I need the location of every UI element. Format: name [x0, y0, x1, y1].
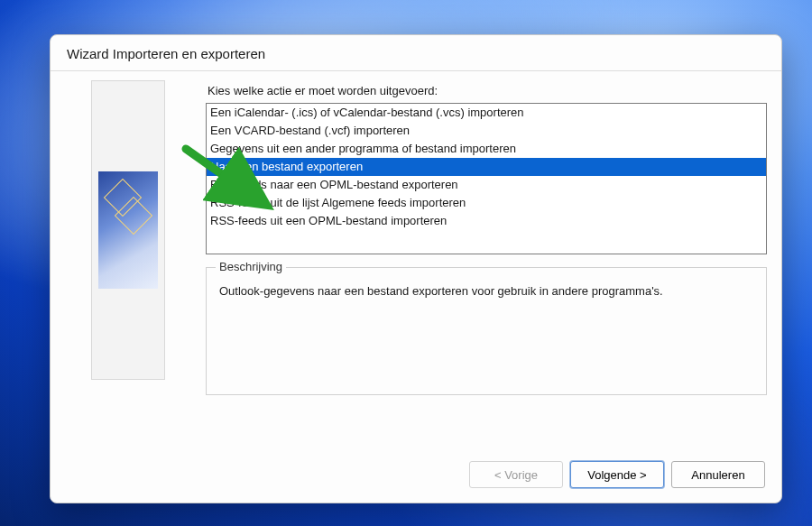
wizard-graphic-icon [98, 171, 158, 289]
action-option[interactable]: RSS-feeds naar een OPML-bestand exporter… [207, 176, 766, 194]
dialog-button-row: < Vorige Volgende > Annuleren [51, 448, 781, 503]
action-option[interactable]: RSS-feeds uit een OPML-bestand importere… [207, 212, 766, 230]
action-option[interactable]: Een VCARD-bestand (.vcf) importeren [207, 122, 766, 140]
wizard-sidebar [63, 80, 193, 448]
wizard-main-panel: Kies welke actie er moet worden uitgevoe… [206, 80, 767, 448]
action-option[interactable]: Naar een bestand exporteren [207, 158, 766, 176]
cancel-button[interactable]: Annuleren [671, 461, 765, 488]
action-option[interactable]: RSS-feeds uit de lijst Algemene feeds im… [207, 194, 766, 212]
description-groupbox: Beschrijving Outlook-gegevens naar een b… [206, 267, 767, 395]
action-listbox[interactable]: Een iCalendar- (.ics) of vCalendar-besta… [206, 103, 767, 254]
dialog-content: Kies welke actie er moet worden uitgevoe… [51, 71, 781, 448]
action-option[interactable]: Gegevens uit een ander programma of best… [207, 140, 766, 158]
wizard-image-frame [91, 80, 165, 380]
description-text: Outlook-gegevens naar een bestand export… [207, 268, 766, 314]
description-legend: Beschrijving [216, 260, 286, 273]
next-button[interactable]: Volgende > [570, 461, 664, 488]
action-option[interactable]: Een iCalendar- (.ics) of vCalendar-besta… [207, 104, 766, 122]
action-prompt-label: Kies welke actie er moet worden uitgevoe… [206, 80, 767, 103]
wizard-dialog: Wizard Importeren en exporteren Kies wel… [50, 34, 782, 503]
dialog-title: Wizard Importeren en exporteren [51, 35, 781, 71]
back-button: < Vorige [469, 461, 563, 488]
